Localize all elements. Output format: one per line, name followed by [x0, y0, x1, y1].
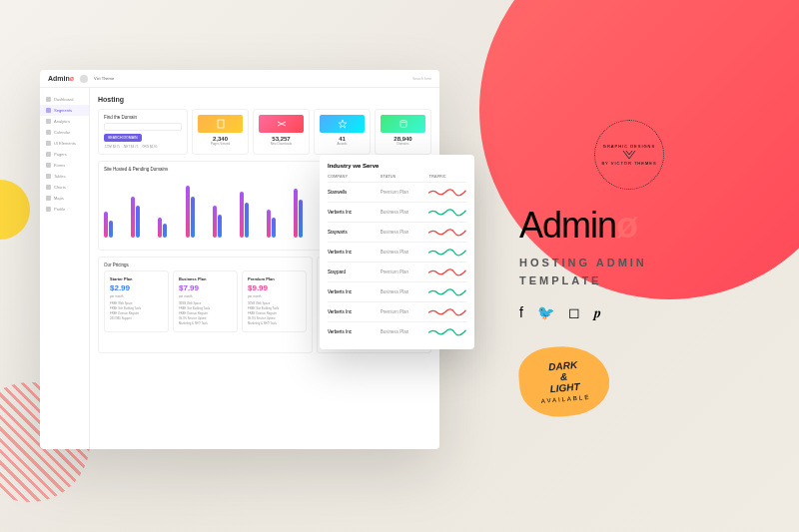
- stat-card-pages: 2,340Pages Viewed: [192, 109, 249, 155]
- bar-pending: [136, 206, 140, 238]
- bar-group: [186, 186, 209, 238]
- pricing-card: Our Pricings Starter Plan$2.99per monthF…: [98, 257, 313, 353]
- find-domain-title: Find the Domain: [104, 115, 182, 120]
- svg-rect-0: [218, 120, 224, 128]
- sidebar-item-tables[interactable]: Tables: [40, 171, 89, 182]
- pricing-plan[interactable]: Business Plan$7.99per month30GB Web Spac…: [173, 270, 238, 332]
- app-header: Adminø Vict Theme Search here: [40, 70, 439, 88]
- sidebar-item-forms[interactable]: Forms: [40, 160, 89, 171]
- table-row[interactable]: Verberts IncPremium Plan: [328, 301, 466, 321]
- app-logo: Adminø: [48, 75, 74, 82]
- chart-title: Site Hosted & Pending Domains: [104, 167, 168, 172]
- search-domain-button[interactable]: SEARCH DOMAIN: [104, 134, 142, 142]
- brand-name: Adminø: [519, 205, 739, 247]
- table-header: COMPANY STATUS TRAFFIC: [328, 174, 466, 179]
- tld-price: .ORG $6.95: [141, 145, 157, 149]
- sidebar-item-pagers[interactable]: Pagers: [40, 149, 89, 160]
- bar-pending: [109, 221, 113, 238]
- stat-card-awards: 41Awards: [314, 109, 371, 155]
- sidebar-item-calendar[interactable]: Calendar: [40, 127, 89, 138]
- table-row[interactable]: Verberts IncBusiness Plan: [328, 242, 466, 262]
- facebook-icon[interactable]: f: [519, 304, 523, 321]
- star-icon: [320, 115, 365, 133]
- bar-pending: [245, 203, 249, 238]
- industry-card-floating: Industry we Serve COMPANY STATUS TRAFFIC…: [320, 155, 474, 349]
- bar-group: [104, 212, 127, 238]
- nav-icon: [46, 196, 51, 201]
- sidebar-item-profile[interactable]: Profile: [40, 204, 89, 215]
- bar-group: [267, 210, 290, 238]
- sidebar: DashboardSegmentsAnalyticsCalendarUI Ele…: [40, 88, 90, 449]
- tld-price: .COM $3.75: [104, 145, 120, 149]
- find-domain-card: Find the Domain SEARCH DOMAIN .COM $3.75…: [98, 109, 188, 155]
- nav-icon: [46, 141, 51, 146]
- sidebar-item-ui-elements[interactable]: UI Elements: [40, 138, 89, 149]
- bar-hosted: [240, 192, 244, 238]
- bar-pending: [218, 215, 222, 238]
- bar-hosted: [104, 212, 108, 238]
- page-title: Hosting: [98, 96, 431, 103]
- domain-input[interactable]: [104, 123, 182, 131]
- bar-group: [213, 206, 236, 238]
- bar-pending: [272, 218, 276, 238]
- designer-badge: GRAPHIC DESIGNS BY VICTOR THEMES: [594, 120, 664, 190]
- nav-icon: [46, 108, 51, 113]
- instagram-icon[interactable]: ◻: [568, 304, 580, 321]
- bar-pending: [191, 197, 195, 238]
- dark-light-badge: DARK & LIGHT AVAILABLE: [519, 346, 619, 416]
- badge-logo-icon: [620, 149, 638, 161]
- table-row[interactable]: StaywartsBusiness Plan: [328, 222, 466, 242]
- industry-title: Industry we Serve: [328, 163, 466, 169]
- table-row[interactable]: Verberts IncBusiness Plan: [328, 202, 466, 222]
- bar-group: [131, 197, 154, 238]
- nav-icon: [46, 152, 51, 157]
- user-name[interactable]: Vict Theme: [94, 76, 114, 81]
- bar-hosted: [131, 197, 135, 238]
- nav-icon: [46, 163, 51, 168]
- nav-icon: [46, 185, 51, 190]
- pricing-plan[interactable]: Premium Plan$9.99per month50GB Web Space…: [242, 270, 307, 332]
- database-icon: [381, 115, 425, 133]
- bar-pending: [163, 224, 167, 239]
- sidebar-item-charts[interactable]: Charts: [40, 182, 89, 193]
- bar-group: [158, 218, 181, 238]
- bar-hosted: [213, 206, 217, 238]
- nav-icon: [46, 174, 51, 179]
- pricing-title: Our Pricings: [104, 263, 307, 267]
- pinterest-icon[interactable]: 𝒑: [594, 304, 601, 321]
- sidebar-item-analytics[interactable]: Analytics: [40, 116, 89, 127]
- sidebar-item-dashboard[interactable]: Dashboard: [40, 94, 89, 105]
- twitter-icon[interactable]: 🐦: [537, 304, 554, 321]
- nav-icon: [46, 97, 51, 102]
- svg-point-1: [400, 121, 406, 123]
- nav-icon: [46, 119, 51, 124]
- bar-hosted: [267, 210, 271, 238]
- bar-group: [240, 192, 263, 238]
- stat-card-domains: 28,940Domains: [375, 109, 431, 155]
- tagline: HOSTING ADMINTEMPLATE: [519, 255, 739, 289]
- bar-group: [294, 189, 317, 238]
- nav-icon: [46, 207, 51, 212]
- bar-hosted: [158, 218, 162, 238]
- shuffle-icon: [259, 115, 304, 133]
- sidebar-item-segments[interactable]: Segments: [40, 105, 89, 116]
- sidebar-item-maps[interactable]: Maps: [40, 193, 89, 204]
- table-row[interactable]: Verberts IncBusiness Plan: [328, 321, 466, 341]
- promo-panel: GRAPHIC DESIGNS BY VICTOR THEMES Adminø …: [519, 120, 739, 416]
- table-row[interactable]: Verberts IncBusiness Plan: [328, 281, 466, 301]
- table-row[interactable]: StanwellsPremium Plan: [328, 182, 466, 202]
- pricing-plan[interactable]: Starter Plan$2.99per monthFREE Web Space…: [104, 270, 169, 332]
- bar-hosted: [186, 186, 190, 238]
- social-links: f 🐦 ◻ 𝒑: [519, 304, 739, 321]
- document-icon: [198, 115, 243, 133]
- nav-icon: [46, 130, 51, 135]
- avatar[interactable]: [80, 75, 88, 83]
- stat-card-downloads: 53,257New Downloads: [253, 109, 310, 155]
- table-row[interactable]: StaypardPremium Plan: [328, 262, 466, 281]
- tld-price: .NET $3.75: [123, 145, 138, 149]
- tld-prices: .COM $3.75.NET $3.75.ORG $6.95: [104, 145, 182, 149]
- search-input[interactable]: Search here: [412, 77, 431, 81]
- bar-hosted: [294, 189, 298, 238]
- bar-pending: [299, 200, 303, 238]
